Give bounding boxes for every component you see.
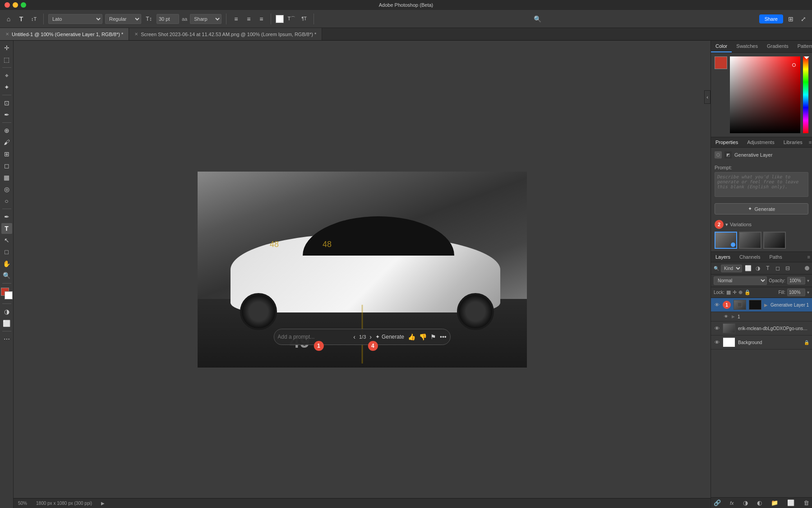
path-select-tool[interactable]: ↖ bbox=[1, 235, 12, 246]
prompt-input[interactable] bbox=[277, 334, 350, 340]
hue-bar[interactable] bbox=[803, 56, 808, 133]
shape-tool[interactable]: □ bbox=[1, 247, 12, 257]
sharpness-select[interactable]: Sharp bbox=[190, 14, 221, 24]
home-icon[interactable]: ⌂ bbox=[4, 14, 14, 24]
close-button[interactable] bbox=[5, 2, 10, 8]
layer-visibility-gen[interactable]: 👁 bbox=[714, 302, 720, 308]
color-picker-handle[interactable] bbox=[792, 63, 796, 67]
gradient-tool[interactable]: ▦ bbox=[1, 172, 12, 183]
hand-tool[interactable]: ✋ bbox=[1, 258, 12, 269]
properties-expander[interactable]: ≡ bbox=[807, 138, 812, 147]
variation-3[interactable] bbox=[763, 232, 786, 249]
blur-tool[interactable]: ◎ bbox=[1, 184, 12, 195]
font-family-select[interactable]: Lato bbox=[48, 14, 102, 24]
tab-close-btn[interactable]: ✕ bbox=[5, 32, 9, 37]
filter-toggle[interactable] bbox=[805, 266, 809, 270]
text-tool[interactable]: T bbox=[1, 223, 12, 234]
search-icon[interactable]: 🔍 bbox=[532, 14, 542, 24]
text-orientation-icon[interactable]: ↕T bbox=[29, 14, 39, 24]
screen-mode-tool[interactable]: ⬜ bbox=[1, 318, 12, 329]
fill-chevron[interactable]: ▾ bbox=[807, 290, 809, 295]
adjustment-filter-icon[interactable]: ◑ bbox=[754, 264, 762, 272]
lasso-tool[interactable]: ⌖ bbox=[1, 70, 12, 81]
align-right-icon[interactable]: ≡ bbox=[256, 14, 266, 24]
fx-icon[interactable]: fx bbox=[730, 500, 734, 506]
layer-expand-arrow[interactable]: ▶ bbox=[764, 303, 768, 308]
minimize-button[interactable] bbox=[13, 2, 18, 8]
shape-filter-icon[interactable]: ◻ bbox=[774, 264, 782, 272]
prev-variation-button[interactable]: ‹ bbox=[353, 333, 355, 340]
sublayer-visibility[interactable]: 👁 bbox=[723, 313, 729, 320]
magic-wand-tool[interactable]: ✦ bbox=[1, 82, 12, 93]
stamp-tool[interactable]: ⊞ bbox=[1, 149, 12, 159]
align-left-icon[interactable]: ≡ bbox=[231, 14, 241, 24]
thumbs-up-button[interactable]: 👍 bbox=[408, 333, 415, 340]
generate-button[interactable]: ✦ Generate bbox=[715, 203, 808, 214]
variation-1[interactable] bbox=[715, 232, 737, 249]
canvas-scroll[interactable]: 48 48 49 ‹ 1/3 › ✦ Generate bbox=[14, 41, 710, 498]
type-filter-icon[interactable]: T bbox=[764, 264, 772, 272]
color-tab[interactable]: Color bbox=[711, 41, 732, 52]
spot-healing-tool[interactable]: ⊕ bbox=[1, 125, 12, 136]
patterns-tab[interactable]: Patterns bbox=[793, 41, 812, 52]
expand-icon[interactable]: ⤢ bbox=[798, 14, 808, 24]
lock-checkerboard-icon[interactable]: ▦ bbox=[726, 289, 731, 295]
share-button[interactable]: Share bbox=[759, 14, 783, 23]
prompt-textarea[interactable] bbox=[715, 172, 808, 197]
font-style-select[interactable]: Regular bbox=[105, 14, 141, 24]
new-layer-icon[interactable]: ⬜ bbox=[787, 499, 794, 506]
add-mask-icon[interactable]: ◑ bbox=[743, 499, 748, 506]
warp-text-icon[interactable]: T⌒ bbox=[286, 14, 296, 24]
layer-kind-select[interactable]: Kind bbox=[721, 265, 742, 272]
fill-input[interactable] bbox=[787, 289, 805, 296]
gradients-tab[interactable]: Gradients bbox=[762, 41, 793, 52]
text-color-swatch[interactable] bbox=[276, 15, 284, 23]
blend-mode-select[interactable]: Normal bbox=[714, 276, 767, 285]
flag-button[interactable]: ⚑ bbox=[430, 333, 436, 340]
layer-visibility-photo[interactable]: 👁 bbox=[714, 325, 720, 331]
quick-mask-tool[interactable]: ◑ bbox=[1, 306, 12, 317]
eyedropper-tool[interactable]: ✒ bbox=[1, 109, 12, 120]
variations-header[interactable]: 2 ▾ Variations bbox=[715, 220, 808, 229]
layer-row-generative[interactable]: 👁 1 ▶ Generative Layer 1 bbox=[711, 298, 812, 312]
lock-all-icon[interactable]: 🔒 bbox=[744, 289, 751, 295]
layers-expander[interactable]: ≡ bbox=[806, 252, 812, 261]
panel-toggle-icon[interactable]: ⊞ bbox=[786, 14, 796, 24]
thumbs-down-button[interactable]: 👎 bbox=[419, 333, 427, 340]
layers-tab[interactable]: Layers bbox=[711, 252, 735, 262]
font-size-input[interactable] bbox=[157, 14, 179, 24]
properties-tab[interactable]: Properties bbox=[711, 137, 743, 147]
layer-row-background[interactable]: 👁 Background 🔒 bbox=[711, 336, 812, 350]
layer-row-photo[interactable]: 👁 erik-mclean-dbLgODXOPgo-unsplash bbox=[711, 322, 812, 336]
link-layers-icon[interactable]: 🔗 bbox=[714, 499, 721, 506]
opacity-chevron[interactable]: ▾ bbox=[807, 278, 809, 283]
pen-tool[interactable]: ✒ bbox=[1, 211, 12, 222]
zoom-tool[interactable]: 🔍 bbox=[1, 270, 12, 281]
new-group-icon[interactable]: 📁 bbox=[771, 499, 778, 506]
pixel-filter-icon[interactable]: ⬜ bbox=[744, 264, 752, 272]
panel-collapse-icon[interactable]: ‹ bbox=[704, 90, 710, 104]
align-center-icon[interactable]: ≡ bbox=[244, 14, 254, 24]
crop-tool[interactable]: ⊡ bbox=[1, 98, 12, 108]
lock-artboard-icon[interactable]: ⊕ bbox=[738, 289, 743, 295]
opacity-input[interactable] bbox=[787, 277, 805, 284]
background-swatch[interactable] bbox=[5, 291, 13, 299]
more-options-button[interactable]: ••• bbox=[440, 333, 447, 340]
sublayer-row[interactable]: 👁 ▶ 1 bbox=[711, 312, 812, 322]
color-swatches[interactable] bbox=[1, 288, 13, 299]
generate-bar-button[interactable]: ✦ Generate bbox=[375, 334, 404, 340]
tab-close-btn2[interactable]: ✕ bbox=[134, 32, 138, 37]
more-tools[interactable]: ⋯ bbox=[1, 334, 12, 345]
paths-tab[interactable]: Paths bbox=[765, 252, 787, 262]
libraries-tab[interactable]: Libraries bbox=[779, 137, 807, 147]
variation-2[interactable] bbox=[739, 232, 761, 249]
window-controls[interactable] bbox=[5, 2, 26, 8]
brush-tool[interactable]: 🖌 bbox=[1, 137, 12, 148]
next-variation-button[interactable]: › bbox=[369, 333, 372, 340]
maximize-button[interactable] bbox=[21, 2, 26, 8]
lock-move-icon[interactable]: ✛ bbox=[733, 289, 737, 295]
move-tool[interactable]: ✛ bbox=[1, 42, 12, 53]
tab-screenshot[interactable]: ✕ Screen Shot 2023-06-14 at 11.42.53 AM.… bbox=[129, 28, 322, 40]
active-color-preview[interactable] bbox=[715, 56, 727, 69]
eraser-tool[interactable]: ◻ bbox=[1, 160, 12, 171]
